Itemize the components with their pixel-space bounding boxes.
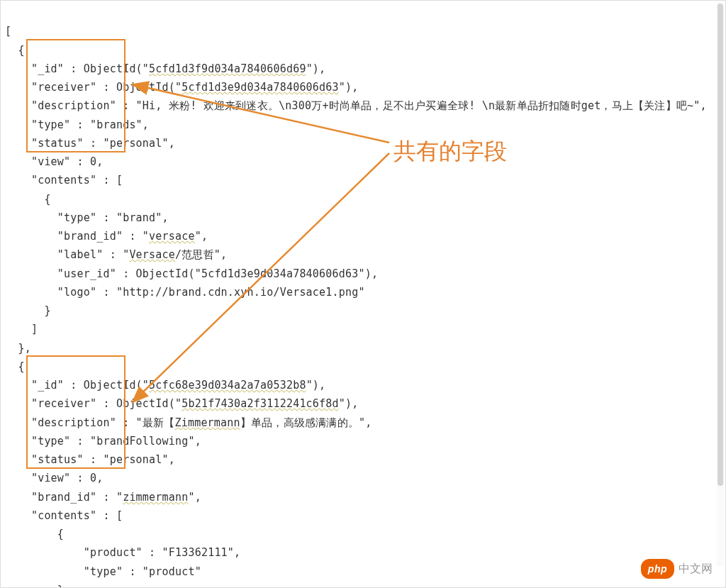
code-line: "label" : "Versace/范思哲", bbox=[5, 248, 227, 261]
code-line: "product" : "F13362111", bbox=[5, 546, 240, 559]
code-line: "type" : "brand", bbox=[5, 211, 169, 224]
code-line: }, bbox=[5, 584, 70, 588]
code-line: [ bbox=[5, 25, 11, 38]
code-line: "view" : 0, bbox=[5, 472, 103, 484]
code-line: "contents" : [ bbox=[5, 509, 123, 522]
highlight-box-top bbox=[26, 39, 125, 152]
watermark: php 中文网 bbox=[641, 559, 713, 579]
code-line: "brand_id" : "zimmermann", bbox=[5, 491, 201, 504]
code-line: "user_id" : ObjectId("5cfd1d3e9d034a7840… bbox=[5, 267, 378, 280]
code-line: ] bbox=[5, 323, 38, 335]
code-line: "type" : "product" bbox=[5, 565, 201, 578]
code-line: } bbox=[5, 304, 51, 317]
scrollbar-track[interactable] bbox=[717, 2, 724, 566]
code-line: }, bbox=[5, 342, 31, 355]
highlight-box-bottom bbox=[26, 355, 125, 469]
code-line: { bbox=[5, 44, 25, 57]
code-line: { bbox=[5, 193, 51, 206]
watermark-badge: php bbox=[641, 559, 674, 579]
code-line: { bbox=[5, 360, 25, 373]
code-line: "contents" : [ bbox=[5, 174, 123, 187]
code-line: "brand_id" : "versace", bbox=[5, 230, 208, 243]
annotation-label: 共有的字段 bbox=[393, 131, 507, 171]
code-line: "view" : 0, bbox=[5, 155, 103, 168]
code-line: { bbox=[5, 528, 64, 540]
code-line: "logo" : "http://brand.cdn.xyh.io/Versac… bbox=[5, 286, 365, 299]
watermark-text: 中文网 bbox=[678, 559, 713, 579]
scrollbar-thumb[interactable] bbox=[717, 4, 723, 486]
